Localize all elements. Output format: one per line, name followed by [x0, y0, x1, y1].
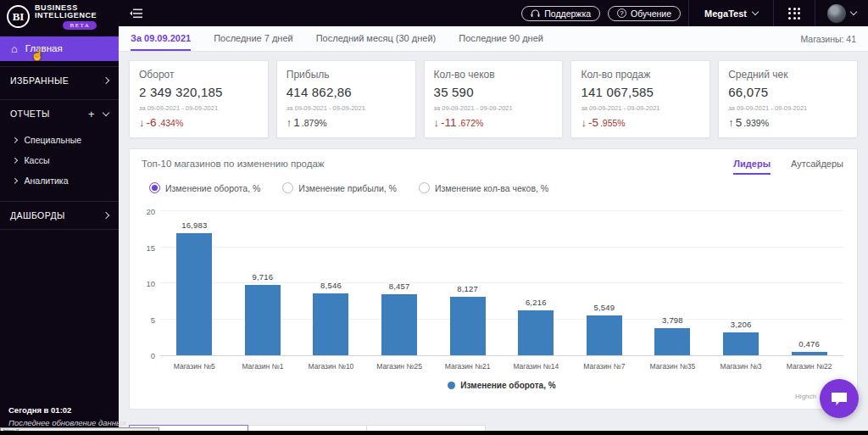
training-button[interactable]: ? Обучение [608, 6, 681, 21]
arrow-down-icon: ↓ [139, 116, 145, 129]
metric-radio-label: Изменение прибыли, % [298, 183, 397, 193]
sidebar-item-dashboards[interactable]: ДАШБОРДЫ [0, 201, 119, 230]
chevron-down-icon [752, 8, 759, 15]
kpi-value: 35 590 [434, 85, 554, 99]
kpi-value: 66,075 [728, 85, 848, 99]
kpi-period: за 09-09-2021 - 09-09-2021 [434, 104, 554, 112]
kpi-title: Оборот [139, 69, 259, 81]
sidebar-subitem[interactable]: Кассы [0, 150, 119, 170]
kpi-delta-fraction: .434% [159, 118, 184, 128]
sidebar: BI BUSINESS INTELLIGENCE BETA ⌂ Главная … [0, 0, 119, 435]
bar[interactable] [518, 310, 554, 355]
bar[interactable] [245, 285, 281, 355]
chart-legend: Изменение оборота, % [160, 381, 843, 390]
brand-logo: BI BUSINESS INTELLIGENCE BETA [0, 0, 119, 33]
kpi-delta: ↓-11.672% [434, 116, 554, 129]
bar[interactable] [723, 332, 759, 355]
bar[interactable] [381, 294, 417, 355]
arrow-down-icon: ↓ [434, 116, 440, 129]
sidebar-item-favorites[interactable]: ИЗБРАННЫЕ [0, 66, 119, 94]
chevron-down-icon[interactable] [103, 109, 109, 116]
arrow-down-icon: ↓ [581, 116, 587, 129]
x-axis-label: Магазин №14 [502, 362, 570, 371]
sidebar-subitem[interactable]: Специальные [0, 130, 119, 150]
account-menu[interactable]: MegaTest [689, 8, 773, 19]
bottom-strip [0, 431, 868, 435]
topbar: Поддержка ? Обучение MegaTest [119, 0, 868, 26]
arrow-up-icon: ↑ [287, 116, 292, 129]
sidebar-item-home[interactable]: ⌂ Главная ☝ [0, 36, 119, 61]
x-axis-label: Магазин №25 [365, 362, 434, 371]
brand-line2: INTELLIGENCE [35, 12, 97, 20]
bottom-tab[interactable]: По прибыли [366, 425, 486, 431]
chevron-right-icon [103, 212, 109, 219]
support-button[interactable]: Поддержка [521, 6, 600, 21]
bar-value-label: 8,546 [320, 281, 342, 290]
bar-value-label: 3,798 [662, 315, 683, 325]
metric-radio[interactable]: Изменение прибыли, % [282, 182, 397, 193]
beta-badge: BETA [63, 21, 97, 30]
radio-icon[interactable] [149, 182, 160, 193]
last-update-time: Сегодня в 01:02 [8, 405, 117, 415]
bar-column: 16,983 [160, 212, 229, 355]
bar-column: 9,716 [229, 212, 298, 355]
reports-label: ОТЧЕТЫ [10, 109, 88, 119]
user-avatar-menu[interactable] [815, 4, 868, 23]
bar[interactable] [313, 293, 348, 355]
bar[interactable] [587, 315, 622, 355]
bottom-tab[interactable]: По кол-ву продаж [248, 425, 367, 431]
x-axis-label: Магазин №21 [433, 362, 502, 371]
bottom-tabs: По оборотуПо кол-ву продажПо прибыли [119, 425, 868, 431]
bar-column: 3,798 [638, 212, 707, 355]
sidebar-item-reports[interactable]: ОТЧЕТЫ + [0, 99, 119, 128]
collapse-menu-icon[interactable] [130, 8, 142, 19]
y-axis-tick: 5 [133, 315, 155, 324]
x-axis-label: Магазин №35 [638, 362, 707, 371]
kpi-delta-fraction: .955% [600, 118, 626, 128]
metric-radio-label: Изменение оборота, % [165, 183, 260, 193]
kpi-delta: ↑1.879% [287, 116, 406, 129]
radio-icon[interactable] [419, 182, 430, 193]
chevron-right-icon [103, 77, 109, 84]
bar-value-label: 8,457 [389, 282, 410, 291]
headset-icon [531, 9, 540, 18]
bar-chart: 0510152016,9839,7168,5468,4578,1276,2165… [160, 212, 843, 390]
metric-radio[interactable]: Изменение оборота, % [149, 182, 260, 193]
kpi-delta: ↓-5.955% [581, 116, 700, 129]
bar[interactable] [792, 352, 827, 355]
apps-grid-icon[interactable] [774, 8, 815, 20]
bar-column: 8,546 [297, 212, 365, 355]
bar-column: 3,206 [707, 212, 776, 355]
account-name: MegaTest [704, 8, 747, 19]
metric-radio[interactable]: Изменение кол-ва чеков, % [419, 182, 548, 193]
tab-outsiders[interactable]: Аутсайдеры [791, 159, 843, 175]
kpi-value: 141 067,585 [581, 85, 700, 99]
bar[interactable] [654, 328, 690, 355]
stores-count-label: Магазины: 41 [800, 26, 856, 51]
bar[interactable] [176, 233, 212, 355]
bar-value-label: 6,216 [526, 298, 547, 307]
bar[interactable] [450, 297, 486, 355]
bar-column: 6,216 [502, 212, 570, 355]
radio-icon[interactable] [282, 182, 293, 193]
period-tab[interactable]: За 09.09.2021 [131, 26, 191, 51]
kpi-card: Кол-во продаж141 067,585за 09-09-2021 - … [570, 60, 710, 138]
xaxis-row: Магазин №5Магазин №1Магазин №10Магазин №… [160, 362, 843, 371]
panel-header: Топ-10 магазинов по изменению продаж Лид… [130, 149, 857, 175]
legend-marker-icon [448, 382, 455, 389]
plus-icon[interactable]: + [88, 109, 95, 120]
tab-leaders[interactable]: Лидеры [733, 159, 771, 175]
kpi-card: Кол-во чеков35 590за 09-09-2021 - 09-09-… [424, 60, 564, 138]
chevron-right-icon [12, 178, 17, 183]
chat-fab-button[interactable] [820, 379, 859, 418]
period-tab[interactable]: Последний месяц (30 дней) [316, 26, 437, 51]
sidebar-subitem[interactable]: Аналитика [0, 170, 119, 191]
kpi-cards-row: Оборот2 349 320,185за 09-09-2021 - 09-09… [119, 52, 868, 148]
period-tab[interactable]: Последние 90 дней [459, 26, 543, 51]
kpi-value: 2 349 320,185 [139, 85, 259, 99]
period-tab[interactable]: Последние 7 дней [214, 26, 293, 51]
training-label: Обучение [631, 8, 671, 19]
x-axis-label: Магазин №3 [707, 362, 776, 371]
x-axis-label: Магазин №22 [775, 362, 843, 371]
bar-value-label: 8,127 [457, 284, 478, 293]
